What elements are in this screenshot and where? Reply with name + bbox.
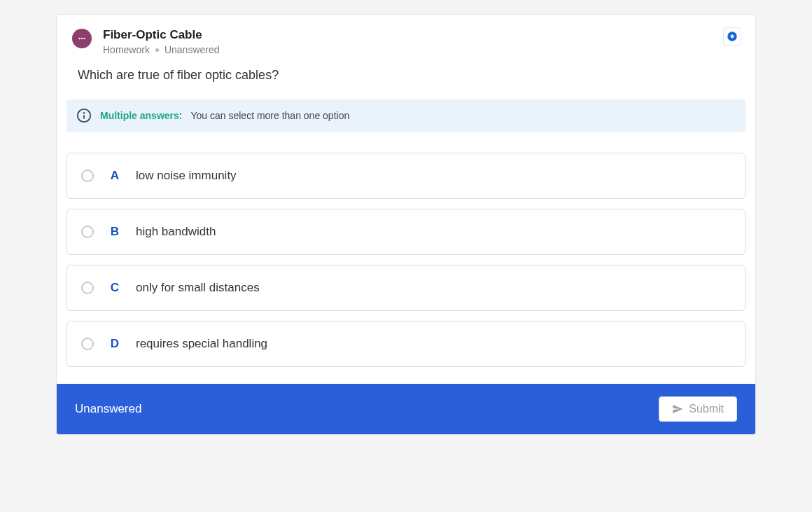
question-title: Fiber-Optic Cable (103, 27, 740, 43)
submit-label: Submit (689, 403, 724, 415)
category-label: Homework (103, 44, 150, 55)
option-c[interactable]: C only for small distances (66, 265, 746, 311)
separator-dot (155, 48, 159, 52)
svg-rect-6 (83, 115, 85, 119)
svg-point-1 (81, 38, 83, 39)
option-text: requires special handling (136, 337, 267, 351)
option-letter: C (94, 281, 136, 295)
radio-icon (81, 338, 94, 350)
options-list: A low noise immunity B high bandwidth C … (57, 153, 755, 384)
radio-icon (81, 226, 94, 238)
option-text: only for small distances (136, 281, 260, 295)
card-header: Fiber-Optic Cable Homework Unanswered (57, 15, 755, 62)
star-icon (727, 31, 738, 42)
title-block: Fiber-Optic Cable Homework Unanswered (103, 27, 740, 55)
footer-status: Unanswered (75, 402, 141, 416)
info-icon (76, 108, 92, 123)
option-letter: A (94, 169, 136, 183)
option-letter: B (94, 225, 136, 239)
question-subtitle: Homework Unanswered (103, 44, 740, 55)
info-label: Multiple answers: (100, 110, 182, 121)
chat-icon (72, 29, 92, 48)
card-footer: Unanswered Submit (57, 384, 755, 434)
bookmark-button[interactable] (723, 27, 741, 46)
submit-button[interactable]: Submit (659, 396, 737, 422)
question-text: Which are true of fiber optic cables? (57, 62, 755, 99)
info-text: You can select more than one option (190, 110, 349, 121)
svg-point-5 (83, 112, 85, 114)
option-letter: D (94, 337, 136, 351)
option-text: high bandwidth (136, 225, 216, 239)
option-text: low noise immunity (136, 169, 237, 183)
svg-point-2 (83, 38, 85, 39)
radio-icon (81, 282, 94, 294)
question-card: Fiber-Optic Cable Homework Unanswered Wh… (56, 14, 756, 435)
option-b[interactable]: B high bandwidth (66, 209, 746, 255)
option-d[interactable]: D requires special handling (66, 321, 746, 367)
option-a[interactable]: A low noise immunity (66, 153, 746, 199)
send-icon (672, 403, 683, 415)
svg-point-0 (78, 38, 80, 39)
radio-icon (81, 169, 94, 182)
status-label: Unanswered (164, 44, 220, 55)
info-bar: Multiple answers: You can select more th… (66, 99, 746, 132)
